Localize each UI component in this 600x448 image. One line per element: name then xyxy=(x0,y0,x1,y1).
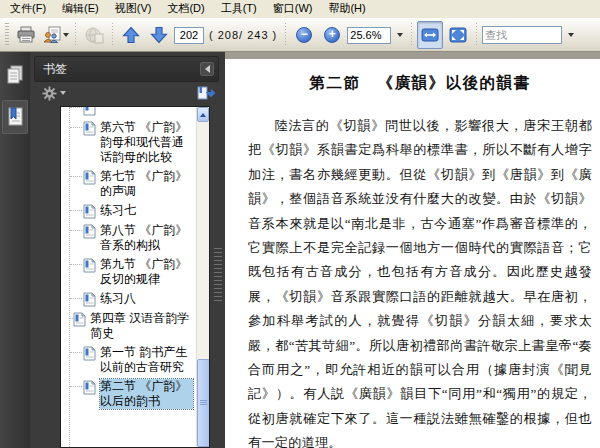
bookmark-item-clipped[interactable] xyxy=(65,107,194,118)
previous-page-button[interactable] xyxy=(118,21,144,49)
menu-item-tools[interactable]: 工具(T) xyxy=(213,0,265,18)
bookmark-label: 练习八 xyxy=(100,291,136,306)
toolbar-separator xyxy=(283,23,288,47)
goto-bookmark-button[interactable] xyxy=(197,86,215,100)
chevron-down-icon xyxy=(568,33,574,37)
collaborate-dropdown-caret xyxy=(63,33,69,37)
bookmark-label: 第九节 《广韵》反切的规律 xyxy=(100,257,193,287)
fit-width-icon xyxy=(421,27,439,43)
menu-item-file[interactable]: 文件(F) xyxy=(2,0,54,18)
find-input[interactable] xyxy=(482,26,562,44)
navigation-panel-strip xyxy=(0,52,30,448)
up-arrow-icon xyxy=(122,26,140,44)
bookmark-item[interactable]: 第八节 《广韵》音系的构拟 xyxy=(65,221,194,255)
menu-item-window[interactable]: 窗口(W) xyxy=(265,0,321,18)
fit-width-button[interactable] xyxy=(417,21,443,49)
page-number-input[interactable] xyxy=(174,27,204,44)
options-button[interactable] xyxy=(42,86,66,101)
zoom-out-icon: − xyxy=(296,27,312,43)
bookmark-item[interactable]: 练习七 xyxy=(65,201,194,221)
bookmark-label: 练习七 xyxy=(100,203,136,218)
bookmark-page-icon xyxy=(83,107,96,116)
bookmarks-panel-header: 书签 xyxy=(34,56,219,82)
collaborate-button[interactable] xyxy=(41,21,70,49)
bookmark-item[interactable]: 第九节 《广韵》反切的规律 xyxy=(65,255,194,289)
zoom-dropdown-button[interactable] xyxy=(393,27,406,44)
bookmark-item[interactable]: 第四章 汉语音韵学简史 xyxy=(65,309,194,343)
fit-page-button[interactable] xyxy=(445,21,471,49)
toolbar: ( 208/ 243 ) − + xyxy=(0,18,600,52)
collaborate-icon xyxy=(42,26,62,44)
bookmark-label: 第七节 《广韵》的声调 xyxy=(100,169,193,199)
web-capture-button xyxy=(81,21,107,49)
toolbar-grip xyxy=(5,23,9,47)
fit-page-icon xyxy=(449,27,467,43)
globe-page-icon xyxy=(84,26,104,44)
down-arrow-icon xyxy=(150,26,168,44)
zoom-in-button[interactable]: + xyxy=(319,21,345,49)
find-dropdown-button[interactable] xyxy=(564,27,577,44)
scrollbar-thumb[interactable] xyxy=(197,359,210,447)
toolbar-separator xyxy=(73,23,78,47)
bookmark-item[interactable]: 第六节 《广韵》韵母和现代普通话韵母的比较 xyxy=(65,118,194,167)
zoom-level-input[interactable] xyxy=(347,27,391,44)
bookmark-label: 第八节 《广韵》音系的构拟 xyxy=(100,223,193,253)
menu-item-view[interactable]: 视图(V) xyxy=(107,0,160,18)
bookmark-label: 第二节 《广韵》以后的韵书 xyxy=(100,379,193,409)
collapse-left-icon xyxy=(205,65,210,73)
menu-item-edit[interactable]: 编辑(E) xyxy=(54,0,107,18)
next-page-button[interactable] xyxy=(146,21,172,49)
goto-bookmark-icon xyxy=(197,86,215,100)
pages-icon xyxy=(6,65,24,85)
bookmark-page-icon xyxy=(83,258,96,273)
zoom-in-icon: + xyxy=(324,27,340,43)
scroll-up-button[interactable] xyxy=(197,107,209,122)
bookmark-label: 第四章 汉语音韵学简史 xyxy=(90,311,193,341)
bookmark-item[interactable]: 第二节 《广韵》以后的韵书 xyxy=(65,377,194,411)
bookmarks-icon xyxy=(6,107,24,127)
bookmark-page-icon xyxy=(73,312,86,327)
bookmark-page-icon xyxy=(83,204,96,219)
document-page: 第二節 《廣韻》以後的韻書 陸法言的《切韻》問世以後，影響很大，唐宋王朝都把《切… xyxy=(225,59,600,448)
toolbar-separator xyxy=(110,23,115,47)
pages-panel-button[interactable] xyxy=(2,58,28,92)
collapse-panel-button[interactable] xyxy=(200,62,214,76)
bookmarks-panel-button[interactable] xyxy=(2,100,28,134)
bookmark-page-icon xyxy=(83,170,96,185)
bookmark-page-icon xyxy=(83,224,96,239)
bookmark-item[interactable]: 第七节 《广韵》的声调 xyxy=(65,167,194,201)
paragraph: 陸法言的《切韻》問世以後，影響很大，唐宋王朝都把《切韻》系韻書定爲科舉的標準書，… xyxy=(248,114,592,448)
bookmarks-panel: 书签 xyxy=(30,52,225,448)
bookmark-item[interactable]: 练习八 xyxy=(65,289,194,309)
toolbar-separator xyxy=(409,23,414,47)
bookmark-label: 第六节 《广韵》韵母和现代普通话韵母的比较 xyxy=(100,120,193,165)
bookmark-page-icon xyxy=(83,121,96,136)
bookmark-page-icon xyxy=(83,380,96,395)
chevron-down-icon xyxy=(397,33,403,37)
gear-icon xyxy=(42,86,57,101)
triangle-up-icon xyxy=(200,113,206,117)
bookmark-page-icon xyxy=(83,346,96,361)
menu-bar: 文件(F) 编辑(E) 视图(V) 文档(D) 工具(T) 窗口(W) 帮助(H… xyxy=(0,0,600,18)
bookmarks-tree-viewport: 第六节 《广韵》韵母和现代普通话韵母的比较 第七节 《广韵》的声调 xyxy=(61,107,196,447)
bookmark-page-icon xyxy=(83,292,96,307)
zoom-out-button[interactable]: − xyxy=(291,21,317,49)
page-count-label: ( 208/ 243 ) xyxy=(206,29,280,41)
bookmarks-tree: 第六节 《广韵》韵母和现代普通话韵母的比较 第七节 《广韵》的声调 xyxy=(60,106,210,448)
panel-splitter-grip[interactable] xyxy=(214,248,222,302)
tree-scrollbar[interactable] xyxy=(196,107,209,447)
menu-item-document[interactable]: 文档(D) xyxy=(159,0,212,18)
printer-icon xyxy=(16,26,36,44)
document-area: 第二節 《廣韻》以後的韻書 陸法言的《切韻》問世以後，影響很大，唐宋王朝都把《切… xyxy=(225,52,600,448)
panel-title: 书签 xyxy=(43,61,67,78)
menu-item-help[interactable]: 帮助(H) xyxy=(320,0,373,18)
bookmark-label: 第一节 韵书产生以前的古音研究 xyxy=(100,345,193,375)
section-title: 第二節 《廣韻》以後的韻書 xyxy=(248,73,592,94)
bookmark-item[interactable]: 第一节 韵书产生以前的古音研究 xyxy=(65,343,194,377)
main-area: 书签 xyxy=(0,52,600,448)
thumb-grip xyxy=(200,400,207,401)
toolbar-separator xyxy=(474,23,479,47)
chevron-down-icon xyxy=(60,91,66,95)
print-button[interactable] xyxy=(13,21,39,49)
bookmarks-options-row xyxy=(30,82,225,104)
